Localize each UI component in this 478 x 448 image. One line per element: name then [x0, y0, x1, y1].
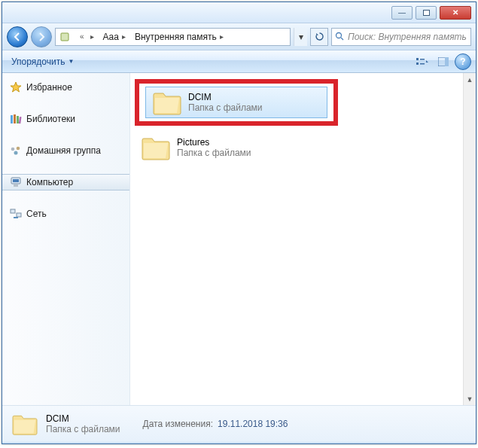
- item-name: Pictures: [177, 137, 251, 148]
- toolbar: Упорядочить▼ ?: [2, 50, 476, 73]
- svg-rect-5: [420, 59, 425, 60]
- sidebar-label: Библиотеки: [26, 114, 75, 124]
- network-icon: [10, 208, 22, 220]
- svg-point-1: [336, 33, 342, 38]
- item-sub: Папка с файлами: [177, 148, 251, 158]
- refresh-button[interactable]: [310, 28, 328, 46]
- sidebar-label: Сеть: [26, 209, 47, 219]
- search-placeholder: Поиск: Внутренняя память: [348, 32, 467, 42]
- details-name: DCIM: [46, 413, 120, 424]
- svg-rect-20: [17, 213, 21, 217]
- folder-icon: [152, 89, 182, 116]
- sidebar-item-network[interactable]: Сеть: [2, 206, 129, 222]
- organize-menu[interactable]: Упорядочить▼: [7, 55, 78, 69]
- sidebar-label: Компьютер: [26, 177, 73, 187]
- preview-pane-button[interactable]: [434, 53, 453, 70]
- back-button[interactable]: [7, 26, 28, 47]
- computer-icon: [10, 176, 22, 188]
- svg-rect-21: [14, 217, 18, 218]
- svg-rect-10: [14, 114, 16, 123]
- svg-point-14: [17, 147, 20, 151]
- details-sub: Папка с файлами: [46, 424, 120, 434]
- navbar: «▸ Aaa▸ Внутренняя память▸ ▾ Поиск: Внут…: [2, 23, 476, 50]
- svg-rect-19: [11, 209, 15, 213]
- close-button[interactable]: ✕: [440, 6, 471, 20]
- svg-point-15: [14, 151, 18, 155]
- homegroup-icon: [10, 145, 22, 157]
- folder-icon: [141, 134, 171, 161]
- svg-point-13: [11, 148, 15, 151]
- search-input[interactable]: Поиск: Внутренняя память: [331, 28, 471, 46]
- star-icon: [10, 81, 22, 93]
- details-date-value: 19.11.2018 19:36: [218, 419, 288, 429]
- details-date-label: Дата изменения:: [143, 419, 214, 429]
- sidebar: Избранное Библиотеки Домашняя группа: [2, 73, 130, 405]
- scroll-up-icon[interactable]: ▲: [464, 73, 476, 86]
- sidebar-item-homegroup[interactable]: Домашняя группа: [2, 142, 129, 159]
- crumb-double-chevron[interactable]: «▸: [74, 29, 100, 45]
- svg-line-2: [341, 38, 343, 40]
- maximize-button[interactable]: [416, 6, 437, 20]
- svg-rect-12: [19, 117, 22, 123]
- svg-rect-11: [17, 116, 19, 123]
- item-name: DCIM: [188, 92, 263, 102]
- minimize-button[interactable]: —: [391, 6, 413, 20]
- scrollbar[interactable]: ▲ ▼: [463, 73, 476, 405]
- svg-rect-18: [14, 184, 18, 187]
- forward-button[interactable]: [31, 26, 52, 47]
- folder-item-pictures[interactable]: Pictures Папка с файлами: [135, 129, 338, 166]
- device-icon: [57, 29, 72, 44]
- crumb-current[interactable]: Внутренняя память▸: [132, 29, 230, 45]
- content-pane[interactable]: DCIM Папка с файлами Pictures Папка с фа…: [130, 73, 476, 405]
- sidebar-item-favorites[interactable]: Избранное: [2, 79, 129, 96]
- sidebar-item-libraries[interactable]: Библиотеки: [2, 111, 129, 127]
- crumb-root[interactable]: Aaa▸: [100, 29, 132, 45]
- scroll-down-icon[interactable]: ▼: [464, 392, 476, 405]
- svg-rect-8: [445, 57, 449, 66]
- explorer-window: — ✕ «▸ Aaa▸ Внутренняя память▸ ▾ Поиск: …: [2, 2, 476, 444]
- sidebar-label: Избранное: [26, 82, 72, 93]
- view-options-button[interactable]: [413, 53, 432, 70]
- address-bar[interactable]: «▸ Aaa▸ Внутренняя память▸: [55, 28, 291, 46]
- svg-rect-6: [420, 63, 425, 65]
- svg-rect-17: [13, 179, 19, 182]
- folder-icon: [11, 412, 38, 436]
- help-button[interactable]: ?: [455, 53, 471, 70]
- svg-rect-9: [11, 115, 13, 123]
- libraries-icon: [10, 113, 22, 125]
- sidebar-item-computer[interactable]: Компьютер: [2, 174, 129, 190]
- svg-rect-3: [416, 58, 419, 60]
- search-icon: [335, 32, 345, 41]
- item-sub: Папка с файлами: [188, 102, 263, 113]
- folder-item-dcim[interactable]: DCIM Папка с файлами: [135, 79, 338, 126]
- svg-rect-4: [416, 62, 419, 65]
- svg-rect-0: [61, 33, 69, 41]
- titlebar: — ✕: [2, 2, 476, 23]
- address-dropdown[interactable]: ▾: [294, 28, 307, 46]
- details-pane: DCIM Папка с файлами Дата изменения: 19.…: [2, 406, 476, 442]
- sidebar-label: Домашняя группа: [26, 145, 101, 156]
